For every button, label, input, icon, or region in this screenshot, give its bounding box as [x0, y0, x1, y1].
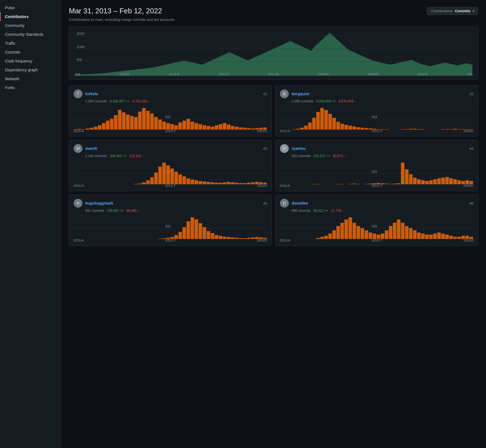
sidebar-item-commits[interactable]: Commits [0, 48, 61, 57]
svg-rect-146 [243, 183, 247, 184]
mini-chart-svg: 50201420172020 [74, 160, 267, 187]
svg-rect-136 [203, 182, 206, 184]
svg-rect-131 [182, 177, 186, 184]
svg-rect-255 [401, 223, 405, 239]
contributor-name[interactable]: hugohaggmark [85, 201, 113, 205]
svg-text:2020: 2020 [463, 239, 474, 242]
svg-rect-92 [365, 128, 368, 130]
contributor-name[interactable]: bergquist [292, 92, 309, 96]
svg-rect-39 [154, 117, 158, 130]
svg-rect-257 [409, 228, 413, 239]
svg-rect-132 [187, 178, 190, 184]
svg-rect-244 [357, 226, 360, 239]
svg-rect-209 [195, 219, 198, 239]
svg-rect-205 [179, 232, 182, 239]
svg-rect-174 [397, 183, 400, 184]
svg-rect-243 [352, 223, 356, 239]
svg-rect-26 [102, 123, 106, 130]
contributor-name[interactable]: torkelo [85, 92, 98, 96]
svg-rect-142 [227, 182, 231, 184]
svg-rect-175 [401, 163, 405, 184]
stat-deletions: 88,685 -- [127, 209, 140, 213]
avatar: D [280, 199, 289, 208]
sidebar-item-traffic[interactable]: Traffic [0, 39, 61, 48]
svg-rect-38 [150, 114, 154, 130]
svg-rect-148 [251, 182, 255, 184]
svg-rect-125 [158, 167, 162, 184]
svg-rect-200 [158, 238, 162, 239]
avatar: H [74, 199, 82, 208]
svg-rect-135 [199, 181, 202, 184]
stat-commits: 688 commits [292, 209, 310, 213]
svg-rect-27 [106, 120, 109, 129]
contributor-card-4: Rryantxu#4901 commits150,375 ++80,870 --… [275, 140, 478, 191]
svg-text:2020: 2020 [463, 129, 474, 133]
svg-text:50: 50 [372, 170, 377, 173]
svg-rect-88 [349, 126, 352, 130]
svg-rect-89 [352, 127, 356, 130]
svg-rect-172 [389, 184, 392, 184]
sidebar: PulseContributorsCommunityCommunity Stan… [0, 0, 61, 448]
svg-rect-164 [352, 183, 356, 184]
svg-rect-236 [324, 236, 328, 239]
svg-text:2014: 2014 [74, 239, 84, 242]
svg-text:2015: 2015 [119, 72, 130, 76]
svg-rect-43 [171, 124, 174, 129]
svg-rect-51 [203, 125, 206, 130]
contributor-name[interactable]: ryantxu [292, 146, 306, 151]
sidebar-item-code-frequency[interactable]: Code frequency [0, 57, 61, 66]
svg-rect-179 [417, 179, 421, 184]
svg-rect-264 [437, 233, 441, 239]
svg-text:2020: 2020 [368, 72, 379, 76]
svg-text:99: 99 [76, 58, 82, 61]
mini-chart-svg: 50201420172020 [280, 105, 474, 133]
svg-rect-240 [340, 223, 344, 239]
svg-rect-248 [373, 233, 376, 239]
svg-rect-83 [328, 114, 332, 130]
contributor-name[interactable]: marefr [85, 146, 97, 151]
contributor-card-3: Mmarefr#31,242 commits359,365 ++213,432 … [69, 140, 272, 191]
svg-rect-107 [453, 129, 457, 130]
stat-additions: 4,186,007 ++ [110, 99, 129, 103]
svg-text:2017: 2017 [371, 184, 382, 187]
svg-rect-176 [405, 169, 409, 184]
svg-rect-137 [207, 182, 210, 184]
svg-rect-215 [219, 236, 222, 239]
svg-rect-208 [191, 217, 194, 239]
svg-text:2017: 2017 [165, 184, 176, 187]
svg-rect-52 [207, 126, 210, 130]
svg-rect-129 [174, 172, 178, 184]
svg-rect-183 [433, 179, 437, 184]
sidebar-item-forks[interactable]: Forks [0, 83, 61, 92]
svg-rect-62 [247, 128, 250, 130]
contributor-header: Mmarefr#3 [74, 144, 267, 153]
svg-rect-140 [219, 183, 222, 184]
contributor-card-1: Ttorkelo#17,356 commits4,186,007 ++3,701… [69, 85, 272, 137]
svg-rect-266 [445, 235, 449, 239]
svg-rect-186 [445, 177, 449, 184]
sidebar-item-contributors[interactable]: Contributors [0, 12, 61, 21]
svg-rect-36 [142, 108, 146, 130]
sidebar-item-network[interactable]: Network [0, 74, 61, 83]
contributor-name[interactable]: daniellee [292, 201, 308, 205]
svg-rect-127 [166, 165, 170, 184]
svg-rect-269 [457, 237, 461, 239]
svg-rect-251 [385, 230, 389, 239]
sidebar-item-community-standards[interactable]: Community Standards [0, 30, 61, 39]
contributions-button[interactable]: Contributions: Commits ▾ [427, 7, 478, 15]
svg-text:2014: 2014 [280, 184, 290, 187]
svg-rect-144 [235, 183, 239, 184]
svg-text:B: B [283, 92, 285, 96]
svg-text:2014: 2014 [280, 129, 290, 133]
sidebar-item-dependency-graph[interactable]: Dependency graph [0, 66, 61, 74]
svg-text:2020: 2020 [257, 129, 267, 133]
stat-additions: 130,567 ++ [107, 209, 124, 213]
svg-rect-191 [465, 180, 469, 184]
svg-text:50: 50 [372, 115, 377, 119]
svg-text:50: 50 [372, 225, 377, 228]
svg-rect-77 [304, 126, 308, 130]
sidebar-item-community[interactable]: Community [0, 21, 61, 30]
sidebar-item-pulse[interactable]: Pulse [0, 3, 61, 12]
avatar: B [280, 89, 289, 98]
contributor-header: Rryantxu#4 [280, 144, 474, 153]
